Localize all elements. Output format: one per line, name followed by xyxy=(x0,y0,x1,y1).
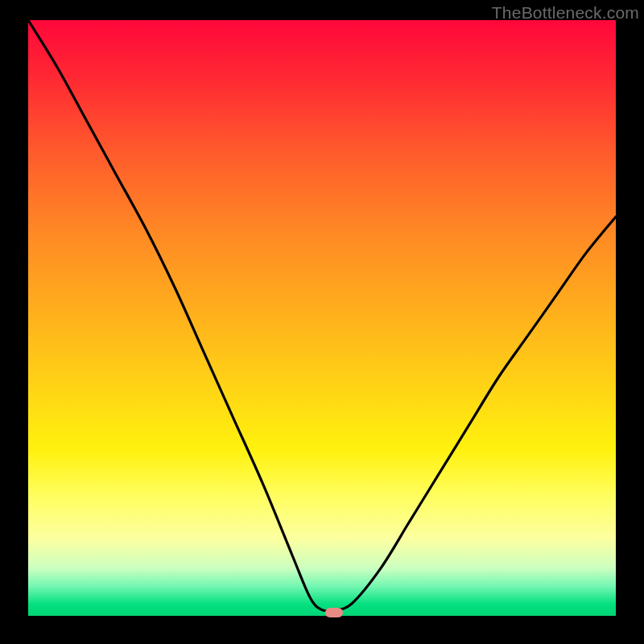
curve-svg xyxy=(28,20,616,616)
chart-curve xyxy=(28,20,616,611)
chart-stage: TheBottleneck.com xyxy=(0,0,644,644)
plot-area xyxy=(28,20,616,616)
watermark-text: TheBottleneck.com xyxy=(492,3,639,23)
minimum-marker xyxy=(325,608,343,617)
